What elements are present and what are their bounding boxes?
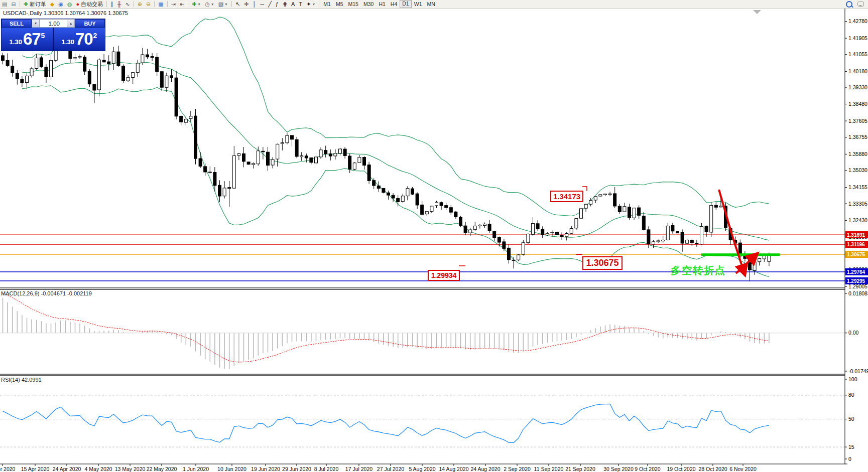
date-tick: 29 Jun 2020	[282, 466, 311, 472]
date-tick: 13 May 2020	[115, 466, 146, 472]
text-icon[interactable]: A	[289, 1, 297, 8]
tile-windows-icon[interactable]: ▦	[156, 1, 165, 8]
toolbar-separator	[134, 1, 134, 7]
chat-icon[interactable]	[857, 2, 864, 7]
sell-price-big: 67	[23, 30, 41, 49]
horizontal-line-icon[interactable]: ─	[258, 1, 266, 8]
price-tag: 1.29764	[847, 269, 865, 275]
date-tick: 28 Oct 2020	[698, 466, 727, 472]
fibonacci-icon[interactable]: ƒ	[274, 1, 281, 8]
toolbar-separator	[231, 1, 232, 7]
channels-icon[interactable]: ⋕	[281, 1, 289, 8]
price-tick: 1.40180	[848, 68, 867, 74]
text-label-icon[interactable]: T	[297, 1, 304, 8]
community-icon[interactable]: ◉	[56, 1, 65, 8]
cursor-icon[interactable]: ↖	[233, 1, 242, 8]
chevron-down-icon: ▼	[211, 3, 214, 6]
new-order-button[interactable]: ✚新订单	[22, 1, 48, 8]
timeframe-button-M1[interactable]: M1	[321, 1, 333, 8]
new-order-button-label: 新订单	[30, 1, 46, 8]
chart-frame	[0, 8, 847, 464]
date-tick: 4 May 2020	[85, 466, 112, 472]
timeframe-button-H4[interactable]: H4	[388, 1, 400, 8]
buy-price-prefix: 1.30	[62, 38, 74, 46]
chevron-down-icon: ▼	[312, 3, 315, 6]
price-tag: 1.29295	[847, 278, 865, 284]
price-tick: 1.41905	[848, 35, 867, 41]
price-tick: 0	[848, 456, 851, 462]
price-tick: 80	[848, 392, 854, 398]
timeframe-button-H1[interactable]: H1	[376, 1, 388, 8]
sell-price-sup: 5	[41, 32, 45, 40]
price-tag: 1.31196	[847, 242, 865, 247]
zoom-in-icon[interactable]: ⊕	[136, 1, 144, 8]
bar-chart-icon[interactable]: ∥	[108, 1, 115, 8]
price-tick: 1.35030	[848, 167, 867, 173]
toolbar-separator	[167, 1, 168, 7]
timeframe-button-M15[interactable]: M15	[346, 1, 361, 8]
signals-icon[interactable]: ◍	[65, 1, 74, 8]
date-tick: 22 May 2020	[147, 466, 177, 472]
metaeditor-icon[interactable]: ◆	[48, 1, 56, 8]
macd-indicator-label: MACD(12,26,9) -0.004671 -0.002119	[1, 290, 92, 296]
price-tick: 50	[848, 416, 854, 422]
sell-price-display[interactable]: 1.30 67 5	[2, 28, 54, 51]
price-tick: 1.37605	[848, 118, 867, 124]
date-tick: 21 Sep 2020	[565, 466, 595, 472]
templates-icon[interactable]: ▧▼	[216, 1, 230, 8]
search-icon[interactable]	[846, 1, 852, 8]
buy-price-sup: 2	[93, 32, 97, 40]
timeframe-button-MN[interactable]: MN	[424, 1, 437, 8]
date-tick: 17 Jul 2020	[345, 466, 373, 472]
periods-icon[interactable]: ◷▼	[203, 1, 216, 8]
timeframe-button-M30[interactable]: M30	[361, 1, 376, 8]
buy-price-display[interactable]: 1.30 70 2	[54, 28, 105, 51]
date-tick: 5 Aug 2020	[409, 466, 435, 472]
volume-up-button[interactable]: ▲	[67, 19, 75, 28]
new-chart-icon[interactable]: ▤	[0, 1, 9, 8]
toolbar-separator	[106, 1, 107, 7]
chart-profiles-icon[interactable]: ⊟	[9, 1, 18, 8]
date-tick: 6 Apr 2020	[0, 466, 16, 472]
rsi-indicator-label: RSI(14) 42.0991	[1, 377, 42, 383]
vertical-line-icon[interactable]: │	[251, 1, 258, 8]
toolbar-separator	[20, 1, 20, 7]
price-tick: 0.00	[848, 330, 859, 336]
turning-point-annotation: 多空转折点	[671, 264, 726, 277]
date-tick: 24 Apr 2020	[53, 466, 81, 472]
indicators-icon[interactable]: ✚▼	[190, 1, 203, 8]
timeframe-button-W1[interactable]: W1	[412, 1, 425, 8]
price-callout-1.34173[interactable]: 1.34173	[550, 191, 583, 202]
buy-button[interactable]: BUY	[75, 19, 105, 28]
trendline-icon[interactable]: ╱	[266, 1, 274, 8]
volume-field[interactable]: 1.00	[40, 19, 67, 28]
date-tick: 2 Sep 2020	[504, 466, 531, 472]
toolbar-separator	[154, 1, 155, 7]
date-tick: 1 Jun 2020	[183, 466, 209, 472]
price-tick: 1.32430	[848, 217, 867, 223]
mt4-window: ▤⊟✚新订单◆◉◍●自动交易∥╫∿⊕⊖▦⇥⇤✚▼◷▼▧▼↖✛│─╱ƒ⋕AT✦▼M…	[0, 0, 868, 472]
symbol-ohlc-line: USDCAD-,Daily 1.30306 1.30764 1.30076 1.…	[3, 10, 128, 16]
crosshair-icon[interactable]: ✛	[242, 1, 251, 8]
price-callout-1.30675[interactable]: 1.30675	[582, 256, 623, 270]
shapes-icon[interactable]: ✦▼	[304, 1, 317, 8]
timeframe-button-D1[interactable]: D1	[400, 0, 411, 8]
date-tick: 27 Jul 2020	[377, 466, 404, 472]
sell-button[interactable]: SELL	[2, 19, 32, 28]
price-callout-1.29934[interactable]: 1.29934	[428, 270, 460, 281]
zoom-out-icon[interactable]: ⊖	[144, 1, 153, 8]
date-tick: 30 Sep 2020	[603, 466, 634, 472]
date-tick: 14 Aug 2020	[439, 466, 469, 472]
price-chart-canvas[interactable]: 1.427801.419051.410551.401801.393301.384…	[0, 0, 868, 472]
candlestick-chart-icon[interactable]: ╫	[115, 1, 123, 8]
toolbar: ▤⊟✚新订单◆◉◍●自动交易∥╫∿⊕⊖▦⇥⇤✚▼◷▼▧▼↖✛│─╱ƒ⋕AT✦▼M…	[0, 0, 868, 9]
auto-scroll-icon[interactable]: ⇥	[169, 1, 178, 8]
autotrading-button[interactable]: ●自动交易	[74, 1, 105, 8]
price-tick: 1.42780	[848, 18, 867, 24]
price-tick: 1.34155	[848, 184, 867, 190]
chart-shift-icon[interactable]: ⇤	[178, 1, 186, 8]
timeframe-button-M5[interactable]: M5	[333, 1, 346, 8]
line-chart-icon[interactable]: ∿	[123, 1, 132, 8]
volume-down-button[interactable]: ▼	[32, 19, 40, 28]
chart-area[interactable]: 1.427801.419051.410551.401801.393301.384…	[0, 9, 868, 472]
